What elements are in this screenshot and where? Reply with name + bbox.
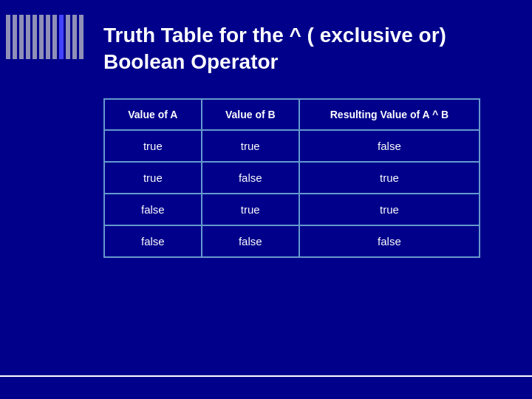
table-cell-r2-c2: true xyxy=(299,194,480,225)
stripe-7 xyxy=(46,15,50,59)
stripe-4 xyxy=(26,15,30,59)
table-cell-r0-c2: false xyxy=(299,130,480,162)
table-cell-r0-c1: true xyxy=(202,130,299,162)
table-row: truefalsetrue xyxy=(104,162,480,194)
stripe-1 xyxy=(6,15,10,59)
table-cell-r3-c0: false xyxy=(104,225,202,257)
table-row: falsefalsefalse xyxy=(104,225,480,257)
truth-table: Value of A Value of B Resulting Value of… xyxy=(103,98,480,258)
page-title: Truth Table for the ^ ( exclusive or) Bo… xyxy=(103,22,510,76)
table-cell-r0-c0: true xyxy=(104,130,202,162)
table-cell-r1-c2: true xyxy=(299,162,480,194)
stripe-6 xyxy=(39,15,44,59)
stripe-3 xyxy=(19,15,24,59)
stripe-2 xyxy=(13,15,17,59)
table-cell-r3-c1: false xyxy=(202,225,299,257)
stripe-accent xyxy=(59,15,64,59)
stripe-8 xyxy=(52,15,57,59)
header-col-result: Resulting Value of A ^ B xyxy=(299,99,480,130)
stripe-5 xyxy=(33,15,37,59)
table-cell-r2-c1: true xyxy=(202,194,299,225)
table-cell-r1-c0: true xyxy=(104,162,202,194)
table-cell-r1-c1: false xyxy=(202,162,299,194)
table-header-row: Value of A Value of B Resulting Value of… xyxy=(104,99,480,130)
table-row: falsetruetrue xyxy=(104,194,480,225)
stripe-9 xyxy=(66,15,70,59)
bottom-divider xyxy=(0,375,532,377)
table-cell-r2-c0: false xyxy=(104,194,202,225)
header-col-b: Value of B xyxy=(202,99,299,130)
table-cell-r3-c2: false xyxy=(299,225,480,257)
stripe-group xyxy=(0,7,83,59)
table-row: truetruefalse xyxy=(104,130,480,162)
stripe-10 xyxy=(72,15,77,59)
decorative-bar xyxy=(0,0,96,399)
header-col-a: Value of A xyxy=(104,99,202,130)
stripe-11 xyxy=(79,15,83,59)
main-content: Truth Table for the ^ ( exclusive or) Bo… xyxy=(96,0,532,399)
